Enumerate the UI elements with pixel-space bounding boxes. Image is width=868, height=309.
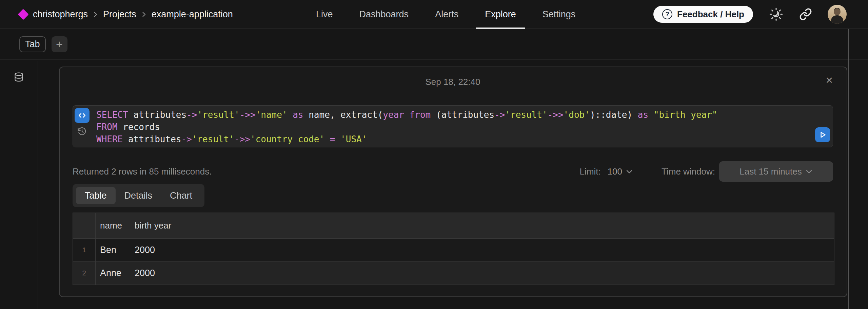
- results-table-body: 1Ben20002Anne2000: [73, 239, 834, 285]
- chevron-right-icon: [92, 11, 99, 18]
- table-cell: [180, 239, 834, 262]
- query-status-text: Returned 2 rows in 85 milliseconds.: [73, 166, 212, 177]
- app-root: christophergs Projects example-applicati…: [0, 0, 868, 309]
- share-link-button[interactable]: [799, 8, 812, 21]
- column-header: [180, 213, 834, 239]
- limit-label: Limit:: [580, 166, 601, 177]
- sql-code[interactable]: SELECT attributes->'result'->>'name' as …: [96, 106, 833, 147]
- result-view-tabs: Table Details Chart: [73, 184, 204, 207]
- tab-chip[interactable]: Tab: [19, 36, 46, 52]
- sql-editor: SELECT attributes->'result'->>'name' as …: [73, 105, 833, 147]
- nav-item-explore[interactable]: Explore: [476, 0, 525, 29]
- main-panel: Sep 18, 22:40 ✕: [38, 61, 868, 309]
- theme-toggle-button[interactable]: [769, 7, 784, 22]
- results-table-head-row: namebirth year: [73, 213, 834, 239]
- tab-table[interactable]: Table: [76, 187, 116, 204]
- table-row[interactable]: 2Anne2000: [73, 262, 834, 285]
- breadcrumb: christophergs Projects example-applicati…: [19, 0, 233, 29]
- query-timestamp: Sep 18, 22:40: [426, 77, 480, 87]
- scrollbar[interactable]: [848, 29, 849, 309]
- results-table: namebirth year 1Ben20002Anne2000: [73, 213, 834, 285]
- limit-value: 100: [608, 166, 622, 177]
- feedback-help-button[interactable]: ? Feedback / Help: [653, 6, 753, 23]
- tab-bar: Tab +: [0, 29, 868, 60]
- table-cell: 2000: [130, 262, 180, 285]
- row-number: 2: [73, 262, 96, 285]
- run-query-button[interactable]: [815, 127, 830, 142]
- left-sidebar: [0, 61, 38, 309]
- column-header: name: [96, 213, 130, 239]
- history-icon: [77, 126, 87, 137]
- breadcrumb-projects[interactable]: Projects: [103, 9, 136, 20]
- feedback-help-label: Feedback / Help: [677, 9, 744, 20]
- nav-item-settings[interactable]: Settings: [533, 0, 585, 29]
- column-header: birth year: [130, 213, 180, 239]
- datasets-sidebar-button[interactable]: [14, 71, 24, 83]
- table-cell: [180, 262, 834, 285]
- tab-chart[interactable]: Chart: [161, 187, 201, 204]
- add-tab-button[interactable]: +: [52, 36, 67, 52]
- sun-moon-icon: [769, 7, 784, 22]
- table-cell: 2000: [130, 239, 180, 262]
- table-cell: Ben: [96, 239, 130, 262]
- table-row[interactable]: 1Ben2000: [73, 239, 834, 262]
- query-controls: Limit: 100 Time window: Last 15 minutes: [580, 161, 833, 182]
- time-window-value: Last 15 minutes: [739, 166, 802, 177]
- app-logo-icon[interactable]: [18, 9, 29, 20]
- top-nav: christophergs Projects example-applicati…: [0, 0, 868, 29]
- database-icon: [14, 72, 24, 83]
- query-history-button[interactable]: [77, 126, 87, 137]
- close-icon[interactable]: ✕: [825, 76, 833, 85]
- breadcrumb-application[interactable]: example-application: [152, 9, 233, 20]
- nav-item-alerts[interactable]: Alerts: [426, 0, 468, 29]
- user-avatar[interactable]: [828, 5, 847, 24]
- status-row: Returned 2 rows in 85 milliseconds. Limi…: [73, 161, 833, 182]
- chevron-right-icon: [141, 11, 147, 18]
- breadcrumb-org[interactable]: christophergs: [33, 9, 88, 20]
- question-circle-icon: ?: [662, 9, 672, 19]
- avatar-photo: [828, 5, 847, 24]
- row-number: 1: [73, 239, 96, 262]
- content-area: Sep 18, 22:40 ✕: [0, 61, 868, 309]
- editor-gutter: [73, 106, 96, 147]
- time-window-label: Time window:: [662, 166, 715, 177]
- nav-item-dashboards[interactable]: Dashboards: [350, 0, 418, 29]
- time-window-dropdown[interactable]: Last 15 minutes: [719, 161, 833, 182]
- main-nav: Live Dashboards Alerts Explore Settings: [307, 0, 585, 29]
- nav-item-live[interactable]: Live: [307, 0, 342, 29]
- query-card: Sep 18, 22:40 ✕: [59, 67, 847, 297]
- play-icon: [817, 130, 828, 140]
- tab-details[interactable]: Details: [116, 187, 161, 204]
- limit-dropdown[interactable]: 100: [608, 166, 633, 177]
- query-card-header: Sep 18, 22:40 ✕: [73, 77, 833, 87]
- table-cell: Anne: [96, 262, 130, 285]
- chevron-down-icon: [805, 168, 813, 175]
- code-mode-button[interactable]: [75, 108, 90, 123]
- nav-right-cluster: ? Feedback / Help: [653, 0, 847, 29]
- link-icon: [799, 8, 812, 21]
- code-icon: [77, 110, 87, 121]
- column-header: [73, 213, 96, 239]
- chevron-down-icon: [626, 168, 633, 175]
